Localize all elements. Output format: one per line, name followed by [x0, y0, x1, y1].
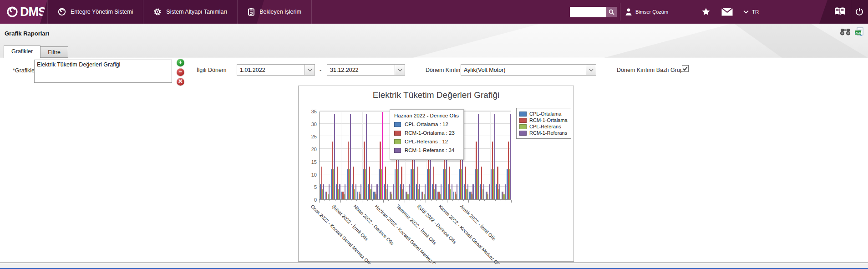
date-to-value: 31.12.2022 [327, 67, 395, 73]
search-input[interactable] [570, 7, 606, 17]
legend-swatch-icon [519, 124, 527, 129]
tooltip-row: CPL-Ortalama : 12 [394, 122, 459, 127]
bar[interactable] [489, 184, 490, 199]
breadcrumb-bar: Grafik Raporları XLS Grafikler Filtre [0, 24, 868, 58]
x-axis-tick [325, 200, 325, 201]
bar[interactable] [334, 114, 335, 200]
x-axis-tick [356, 200, 357, 201]
gridline-vertical [469, 112, 469, 199]
x-axis-tick [479, 200, 480, 201]
legend-label: RCM-1-Ortalama [529, 117, 568, 123]
chevron-down-icon[interactable] [395, 65, 405, 75]
x-axis-tick [394, 200, 394, 201]
bar[interactable] [329, 184, 330, 199]
search-button[interactable] [606, 7, 617, 17]
tab-filtre[interactable]: Filtre [41, 46, 68, 58]
chevron-down-icon[interactable] [586, 65, 596, 75]
x-axis-tick [484, 200, 485, 201]
bar[interactable] [467, 184, 468, 199]
bar[interactable] [366, 114, 367, 200]
user-menu[interactable]: Bimser Çözüm [625, 0, 668, 24]
menu-item-entegre-yonetim-sistemi[interactable]: Entegre Yönetim Sistemi [47, 0, 143, 24]
x-axis-tick [367, 200, 368, 201]
legend-label: RCM-1-Referans [529, 130, 567, 136]
tooltip-swatch-icon [394, 131, 401, 136]
bar[interactable] [339, 184, 340, 199]
x-axis-tick [458, 200, 458, 201]
bar[interactable] [499, 184, 500, 199]
bar[interactable] [371, 184, 372, 199]
donem-kirilimi-combo[interactable]: Aylık(Volt Motor) [461, 64, 596, 76]
grafikler-listbox[interactable]: Elektrik Tüketim Değerleri Grafiği [34, 60, 172, 83]
chart-container: Elektrik Tüketim Değerleri Grafiği CPL-O… [298, 86, 574, 262]
app-logo[interactable]: DMS [0, 0, 47, 24]
x-axis-label: Aralık 2022 - İzmit Ofis [459, 203, 497, 242]
date-from-combo[interactable]: 1.01.2022 [237, 64, 315, 76]
bar[interactable] [505, 184, 506, 199]
tab-grafikler[interactable]: Grafikler [4, 46, 41, 58]
tooltip-swatch-icon [394, 139, 401, 144]
language-code: TR [752, 9, 759, 15]
bar[interactable] [409, 184, 410, 199]
delete-button[interactable]: ✕ [177, 78, 184, 86]
bar[interactable] [323, 184, 324, 199]
bar[interactable] [355, 184, 356, 199]
logout-button[interactable] [855, 0, 863, 24]
swirl-icon [58, 8, 66, 16]
grafikler-list-item[interactable]: Elektrik Tüketim Değerleri Grafiği [37, 61, 169, 68]
bar[interactable] [393, 184, 394, 199]
bar[interactable] [472, 184, 473, 199]
x-axis-tick [474, 200, 474, 201]
legend-entry: RCM-1-Ortalama [519, 117, 568, 123]
check-icon [683, 66, 688, 71]
star-icon [701, 7, 711, 16]
chevron-down-icon[interactable] [305, 65, 315, 75]
menu-item-label: Entegre Yönetim Sistemi [71, 9, 133, 15]
add-button[interactable]: + [177, 59, 184, 66]
x-axis-tick [346, 200, 346, 201]
x-axis-tick [442, 200, 442, 201]
bar[interactable] [494, 114, 495, 200]
bar[interactable] [419, 184, 420, 199]
bar[interactable] [510, 114, 511, 200]
x-axis-tick [362, 200, 362, 203]
xls-export-icon[interactable]: XLS [854, 27, 864, 36]
power-icon [855, 7, 863, 16]
menu-item-sistem-altyapi-tanimlari[interactable]: Sistem Altyapı Tanımları [143, 0, 238, 24]
x-axis-tick [506, 200, 506, 201]
x-axis-tick [399, 200, 400, 201]
menu-item-bekleyen-islerim[interactable]: Bekleyen İşlerim [238, 0, 312, 24]
binoculars-icon[interactable] [840, 28, 851, 36]
x-axis-tick [415, 200, 416, 201]
bar[interactable] [376, 184, 377, 199]
ilgili-donem-label: İlgili Dönem [197, 67, 226, 73]
tooltip-swatch-icon [394, 148, 401, 153]
bar[interactable] [360, 184, 361, 199]
bar[interactable] [345, 184, 345, 199]
bar[interactable] [452, 184, 452, 199]
bar[interactable] [403, 184, 404, 199]
date-to-combo[interactable]: 31.12.2022 [327, 64, 405, 76]
bar[interactable] [441, 184, 442, 199]
messages-button[interactable] [721, 0, 733, 24]
help-guide-button[interactable] [833, 0, 846, 24]
content-area: *Grafikler Elektrik Tüketim Değerleri Gr… [0, 58, 868, 263]
bar[interactable] [425, 184, 426, 199]
grupla-checkbox[interactable] [682, 65, 689, 72]
x-axis-tick [452, 200, 453, 201]
bar[interactable] [478, 114, 479, 200]
bar[interactable] [387, 184, 388, 199]
tooltip-value: CPL-Ortalama : 12 [405, 122, 448, 127]
remove-button[interactable]: − [177, 68, 184, 76]
x-axis-tick [319, 200, 320, 203]
y-axis-tick-label: 0 [303, 197, 317, 203]
favorites-button[interactable] [701, 0, 711, 24]
page-title: Grafik Raporları [5, 30, 49, 37]
bar[interactable] [435, 184, 436, 199]
open-book-icon [833, 6, 846, 17]
highlight-line [382, 112, 383, 199]
language-menu[interactable]: TR [743, 0, 759, 24]
bar[interactable] [350, 114, 351, 200]
bar[interactable] [483, 184, 484, 199]
bar[interactable] [457, 184, 457, 199]
